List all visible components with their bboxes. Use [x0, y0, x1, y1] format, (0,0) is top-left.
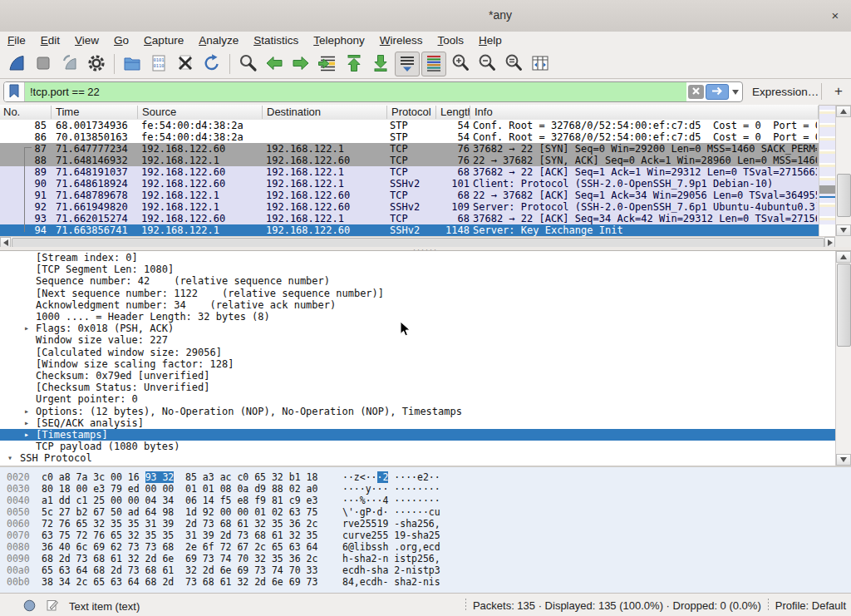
capture-options-button[interactable] — [84, 52, 109, 76]
column-header-time[interactable]: Time — [52, 106, 138, 119]
go-top-button[interactable] — [342, 52, 366, 76]
column-header-info[interactable]: Info — [471, 106, 819, 119]
zoom-in-button[interactable] — [448, 52, 473, 76]
reload-button[interactable] — [199, 52, 224, 76]
zoom-original-button[interactable] — [501, 52, 526, 76]
filter-history-dropdown[interactable] — [729, 90, 742, 95]
menu-go[interactable]: Go — [106, 32, 136, 47]
hex-row-0070[interactable]: 007063 75 72 76 65 32 35 35 31 39 2d 73 … — [0, 530, 851, 541]
detail-node[interactable]: ▸Flags: 0x018 (PSH, ACK) — [0, 323, 835, 334]
file-save-button[interactable]: 01010110 — [146, 52, 171, 76]
colorize-button[interactable] — [421, 52, 446, 76]
column-header-no[interactable]: No. — [0, 106, 52, 119]
display-filter-input[interactable]: !tcp.port == 22 — [25, 82, 686, 101]
capture-comment-icon[interactable] — [46, 599, 59, 614]
column-header-dest[interactable]: Destination — [263, 106, 387, 119]
auto-scroll-button[interactable] — [395, 52, 420, 76]
find-packet-button[interactable] — [235, 52, 260, 76]
hex-row-00b0[interactable]: 00b038 34 2c 65 63 64 68 2d 73 68 61 32 … — [0, 576, 851, 588]
packet-row-91[interactable]: 9171.648789678192.168.122.1192.168.122.6… — [0, 190, 819, 201]
expanded-arrow-icon[interactable]: ▾ — [5, 452, 15, 464]
detail-field[interactable]: [Window size scaling factor: 128] — [0, 358, 835, 370]
detail-field[interactable]: [Next sequence number: 1122 (relative se… — [0, 288, 835, 299]
collapsed-arrow-icon[interactable]: ▸ — [22, 323, 32, 334]
collapsed-arrow-icon[interactable]: ▸ — [22, 429, 32, 441]
detail-vscrollbar[interactable] — [835, 251, 851, 466]
column-header-source[interactable]: Source — [139, 106, 263, 119]
detail-field[interactable]: [TCP Segment Len: 1080] — [0, 264, 835, 275]
detail-node[interactable]: ▸[Timestamps] — [0, 429, 835, 441]
resize-columns-button[interactable] — [528, 52, 553, 76]
packet-row-85[interactable]: 8568.001734936fe:54:00:d4:38:2aSTP54Conf… — [0, 120, 819, 131]
detail-field[interactable]: 1000 .... = Header Length: 32 bytes (8) — [0, 311, 835, 323]
detail-node[interactable]: ▾SSH Protocol — [0, 452, 835, 464]
detail-field[interactable]: Window size value: 227 — [0, 334, 835, 346]
hex-row-0020[interactable]: 0020c0 a8 7a 3c 00 16 93 32 85 a3 ac c0 … — [0, 471, 851, 483]
collapsed-arrow-icon[interactable]: ▸ — [22, 417, 32, 429]
capture-start-button[interactable] — [4, 52, 29, 76]
add-filter-button[interactable]: + — [829, 82, 848, 101]
detail-field[interactable]: Sequence number: 42 (relative sequence n… — [0, 275, 835, 287]
expert-info-icon[interactable] — [23, 599, 36, 614]
hex-row-0050[interactable]: 00505c 27 b2 67 50 ad 64 98 1d 92 00 00 … — [0, 506, 851, 518]
column-header-length[interactable]: Length — [437, 106, 470, 119]
hex-row-0090[interactable]: 009068 2d 73 68 61 32 2d 6e 69 73 74 70 … — [0, 553, 851, 564]
packet-row-93[interactable]: 9371.662015274192.168.122.60192.168.122.… — [0, 213, 819, 224]
menu-telephony[interactable]: Telephony — [306, 32, 372, 47]
menu-tools[interactable]: Tools — [430, 32, 472, 47]
hex-row-0080[interactable]: 008036 40 6c 69 62 73 73 68 2e 6f 72 67 … — [0, 541, 851, 553]
menu-analyze[interactable]: Analyze — [191, 32, 246, 47]
detail-field[interactable]: Checksum: 0x79ed [unverified] — [0, 370, 835, 382]
go-forward-button[interactable] — [288, 52, 313, 76]
file-open-button[interactable] — [120, 52, 145, 76]
packet-row-90[interactable]: 9071.648618924192.168.122.60192.168.122.… — [0, 178, 819, 190]
packet-row-86[interactable]: 8670.013850163fe:54:00:d4:38:2aSTP54Conf… — [0, 131, 819, 143]
menu-statistics[interactable]: Statistics — [246, 32, 306, 47]
column-header-protocol[interactable]: Protocol — [388, 106, 436, 119]
go-bottom-button[interactable] — [368, 52, 393, 76]
hex-row-00a0[interactable]: 00a065 63 64 68 2d 73 68 61 32 2d 6e 69 … — [0, 564, 851, 576]
packet-list-scroll-thumb[interactable] — [837, 174, 851, 217]
packet-list-vscrollbar[interactable] — [835, 106, 851, 236]
go-back-button[interactable] — [262, 52, 287, 76]
filter-apply-button[interactable] — [706, 84, 729, 100]
hex-row-0060[interactable]: 006072 76 65 32 35 35 31 39 2d 73 68 61 … — [0, 518, 851, 530]
intelligent-scrollbar-minimap[interactable] — [819, 106, 836, 236]
expression-button[interactable]: Expression… — [752, 86, 819, 98]
scroll-up-button[interactable] — [836, 106, 851, 117]
packet-row-88[interactable]: 8871.648146932192.168.122.1192.168.122.6… — [0, 155, 819, 166]
menu-view[interactable]: View — [67, 32, 106, 47]
packet-row-87[interactable]: 8771.647777234192.168.122.60192.168.122.… — [0, 143, 819, 155]
capture-restart-button[interactable] — [57, 52, 82, 76]
zoom-out-button[interactable] — [475, 52, 499, 76]
go-to-packet-button[interactable] — [315, 52, 340, 76]
close-window-button[interactable]: × — [826, 7, 844, 25]
hex-row-0040[interactable]: 0040a1 dd c1 25 00 00 04 34 06 14 f5 e8 … — [0, 495, 851, 506]
detail-node[interactable]: ▸[SEQ/ACK analysis] — [0, 417, 835, 429]
detail-scroll-thumb[interactable] — [837, 264, 851, 347]
detail-field[interactable]: [Stream index: 0] — [0, 252, 835, 264]
detail-field[interactable]: Acknowledgment number: 34 (relative ack … — [0, 299, 835, 311]
menu-edit[interactable]: Edit — [33, 32, 67, 47]
capture-stop-button[interactable] — [31, 52, 56, 76]
packet-row-94[interactable]: 9471.663856741192.168.122.1192.168.122.6… — [0, 224, 819, 236]
detail-scroll-down-button[interactable] — [836, 454, 851, 466]
packet-row-89[interactable]: 8971.648191037192.168.122.60192.168.122.… — [0, 166, 819, 178]
hex-row-0030[interactable]: 003080 18 00 e3 79 ed 00 00 01 01 08 0a … — [0, 483, 851, 495]
menu-file[interactable]: File — [0, 32, 33, 47]
filter-bookmark-button[interactable] — [4, 82, 25, 101]
scroll-down-button[interactable] — [836, 224, 851, 236]
detail-field[interactable]: [Calculated window size: 29056] — [0, 347, 835, 358]
menu-wireless[interactable]: Wireless — [372, 32, 430, 47]
filter-clear-button[interactable] — [688, 85, 704, 99]
profile-indicator[interactable]: Profile: Default — [775, 599, 846, 612]
detail-node[interactable]: ▸Options: (12 bytes), No-Operation (NOP)… — [0, 406, 835, 417]
menu-help[interactable]: Help — [471, 32, 509, 47]
collapsed-arrow-icon[interactable]: ▸ — [22, 406, 32, 417]
detail-field[interactable]: Urgent pointer: 0 — [0, 393, 835, 405]
detail-field[interactable]: [Checksum Status: Unverified] — [0, 382, 835, 393]
detail-field[interactable]: TCP payload (1080 bytes) — [0, 441, 835, 452]
file-close-button[interactable] — [173, 52, 198, 76]
packet-row-92[interactable]: 9271.661949820192.168.122.1192.168.122.6… — [0, 201, 819, 213]
detail-scroll-up-button[interactable] — [836, 251, 851, 263]
